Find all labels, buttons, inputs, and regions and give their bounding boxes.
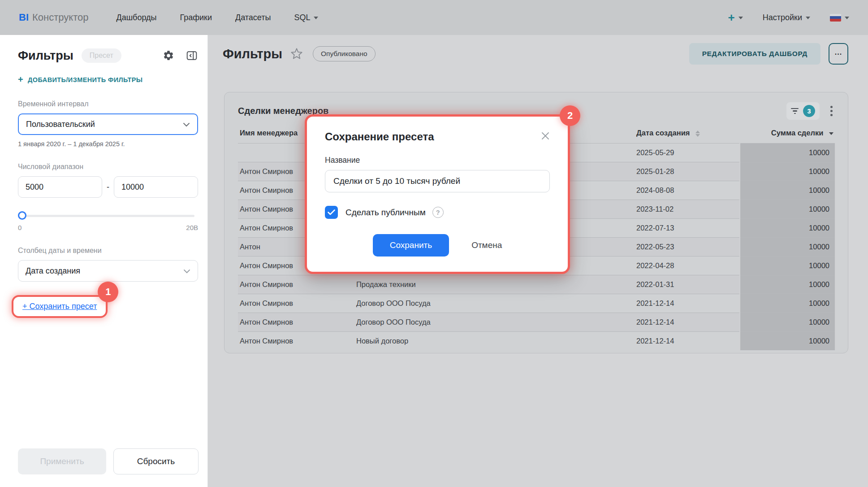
filters-sidebar: Фильтры Пресет + ДОБАВИТЬ/ИЗМЕНИТЬ ФИЛЬТ… <box>0 35 208 487</box>
save-preset-link[interactable]: + Сохранить пресет <box>22 302 97 311</box>
date-range-hint: 1 января 2020 г. – 1 декабря 2025 г. <box>18 140 198 148</box>
modal-save-button[interactable]: Сохранить <box>373 234 449 257</box>
nav-item-label: Датасеты <box>235 13 271 22</box>
chevron-down-icon <box>183 266 190 276</box>
plus-icon: + <box>728 12 735 23</box>
cell-amount: 10000 <box>740 256 835 275</box>
cell-amount: 10000 <box>740 143 835 162</box>
settings-label: Настройки <box>763 13 802 22</box>
russia-flag-icon <box>830 14 841 22</box>
dashboard-header: Фильтры Опубликовано РЕДАКТИРОВАТЬ ДАШБО… <box>223 43 848 65</box>
chevron-down-icon <box>738 17 743 19</box>
sidebar-header: Фильтры Пресет <box>18 48 198 63</box>
collapse-panel-icon[interactable] <box>186 49 198 62</box>
modal-cancel-button[interactable]: Отмена <box>471 240 502 250</box>
time-interval-select[interactable]: Пользовательский <box>18 113 198 135</box>
logo-text: Конструктор <box>32 12 88 23</box>
cell-created: 2025-01-28 <box>635 162 740 181</box>
slider-track[interactable] <box>19 215 194 217</box>
table-row[interactable]: Антон СмирновДоговор ООО Посуда2021-12-1… <box>238 294 835 313</box>
cell-amount: 10000 <box>740 218 835 237</box>
edit-dashboard-button[interactable]: РЕДАКТИРОВАТЬ ДАШБОРД <box>689 43 820 65</box>
table-row[interactable]: Антон СмирновНовый договор2021-12-141000… <box>238 331 835 350</box>
date-column-select[interactable]: Дата создания <box>18 260 198 282</box>
cell-created: 2022-01-31 <box>635 275 740 294</box>
cell-amount: 10000 <box>740 200 835 218</box>
cell-amount: 10000 <box>740 275 835 294</box>
gear-icon[interactable] <box>162 49 175 62</box>
sort-desc-icon <box>829 132 833 135</box>
cell-manager: Антон Смирнов <box>238 275 354 294</box>
annotation-badge-2: 2 <box>560 105 580 126</box>
add-edit-filters-button[interactable]: + ДОБАВИТЬ/ИЗМЕНИТЬ ФИЛЬТРЫ <box>18 74 198 85</box>
nav-right-group: + Настройки <box>728 12 849 23</box>
nav-menu: Дашборды Графики Датасеты SQL <box>116 13 318 22</box>
cell-manager: Антон Смирнов <box>238 313 354 331</box>
cell-created: 2022-07-13 <box>635 218 740 237</box>
cell-created: 2022-05-23 <box>635 237 740 256</box>
cell-amount: 10000 <box>740 181 835 200</box>
page-title: Фильтры <box>223 47 282 61</box>
cell-amount: 10000 <box>740 313 835 331</box>
column-header-created[interactable]: Дата создания <box>635 123 740 143</box>
chevron-down-icon <box>806 17 810 19</box>
nav-item-label: Дашборды <box>116 13 156 22</box>
close-icon[interactable] <box>541 131 550 142</box>
kebab-menu-icon[interactable] <box>829 104 834 118</box>
range-separator: - <box>107 183 109 192</box>
cell-amount: 10000 <box>740 294 835 313</box>
plus-icon: + <box>18 74 23 85</box>
cell-deal: Новый договор <box>354 331 635 350</box>
table-row[interactable]: Антон СмирновДоговор ООО Посуда2021-12-1… <box>238 313 835 331</box>
apply-button[interactable]: Применить <box>18 448 106 474</box>
save-preset-modal: Сохранение пресета Название Сделать публ… <box>305 114 570 274</box>
nav-item-sql[interactable]: SQL <box>294 13 318 22</box>
create-new-dropdown[interactable]: + <box>728 12 743 23</box>
date-column-label: Столбец даты и времени <box>18 247 198 255</box>
modal-title: Сохранение пресета <box>325 130 434 143</box>
widget-filter-button[interactable]: 3 <box>786 102 820 120</box>
sidebar-title: Фильтры <box>18 49 73 63</box>
column-header-amount[interactable]: Сумма сделки <box>740 123 835 143</box>
preset-badge: Пресет <box>82 48 121 63</box>
cell-amount: 10000 <box>740 331 835 350</box>
status-badge: Опубликовано <box>313 46 376 61</box>
chevron-down-icon <box>314 17 318 19</box>
range-min-input[interactable] <box>18 176 102 198</box>
language-dropdown[interactable] <box>830 14 849 22</box>
cell-amount: 10000 <box>740 162 835 181</box>
chevron-down-icon <box>183 120 190 129</box>
cell-deal: Договор ООО Посуда <box>354 294 635 313</box>
cell-amount: 10000 <box>740 237 835 256</box>
top-navbar: BI Конструктор Дашборды Графики Датасеты… <box>0 0 868 35</box>
time-interval-label: Временной интервал <box>18 100 198 108</box>
more-options-button[interactable]: ... <box>829 43 848 65</box>
app-window: BI Конструктор Дашборды Графики Датасеты… <box>0 0 868 487</box>
slider-min-label: 0 <box>18 224 22 231</box>
app-logo[interactable]: BI Конструктор <box>19 12 88 23</box>
nav-item-datasets[interactable]: Датасеты <box>235 13 271 22</box>
cell-created: 2021-12-14 <box>635 294 740 313</box>
slider-handle[interactable] <box>18 211 26 220</box>
annotation-highlight-box: + Сохранить пресет <box>12 295 108 318</box>
sort-icon <box>695 130 700 137</box>
nav-item-dashboards[interactable]: Дашборды <box>116 13 156 22</box>
time-interval-value: Пользовательский <box>26 120 95 129</box>
chevron-down-icon <box>845 17 849 19</box>
make-public-checkbox[interactable] <box>325 206 338 219</box>
star-favorite-icon[interactable] <box>290 48 303 60</box>
settings-dropdown[interactable]: Настройки <box>763 13 810 22</box>
preset-name-input[interactable] <box>325 170 550 192</box>
add-edit-filters-label: ДОБАВИТЬ/ИЗМЕНИТЬ ФИЛЬТРЫ <box>28 76 143 83</box>
range-slider[interactable] <box>18 211 198 220</box>
table-row[interactable]: Антон СмирновПродажа техники2022-01-3110… <box>238 275 835 294</box>
help-icon[interactable]: ? <box>432 207 444 218</box>
cell-created: 2021-12-14 <box>635 313 740 331</box>
reset-button[interactable]: Сбросить <box>113 448 199 474</box>
preset-name-label: Название <box>325 156 550 165</box>
range-max-input[interactable] <box>114 176 198 198</box>
nav-item-charts[interactable]: Графики <box>180 13 212 22</box>
cell-deal: Продажа техники <box>354 275 635 294</box>
cell-deal: Договор ООО Посуда <box>354 313 635 331</box>
save-preset-annotation: + Сохранить пресет 1 <box>12 295 108 318</box>
